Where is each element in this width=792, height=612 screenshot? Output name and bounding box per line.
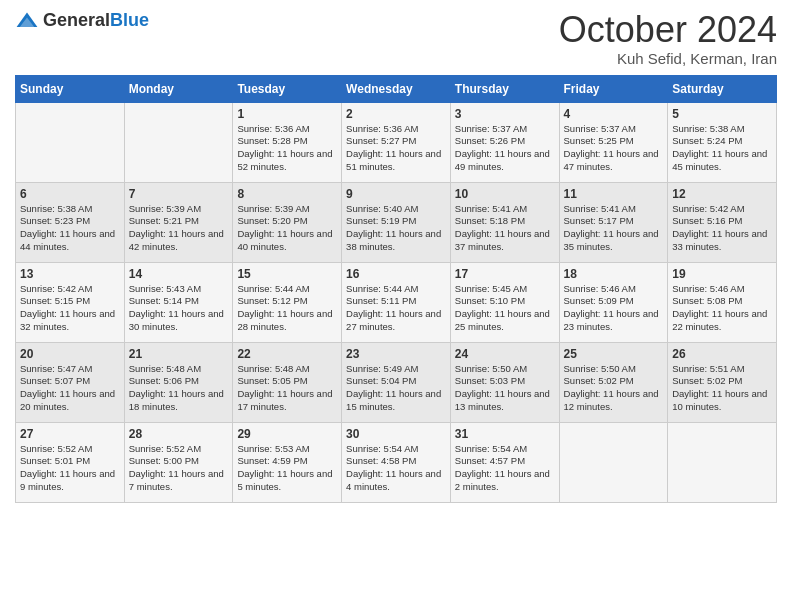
sunset-text: Sunset: 5:15 PM: [20, 295, 120, 308]
day-cell: 24Sunrise: 5:50 AMSunset: 5:03 PMDayligh…: [450, 342, 559, 422]
day-number: 28: [129, 427, 229, 441]
daylight-text: Daylight: 11 hours and 10 minutes.: [672, 388, 772, 414]
daylight-text: Daylight: 11 hours and 17 minutes.: [237, 388, 337, 414]
sunrise-text: Sunrise: 5:51 AM: [672, 363, 772, 376]
day-cell: [124, 102, 233, 182]
daylight-text: Daylight: 11 hours and 25 minutes.: [455, 308, 555, 334]
col-header-thursday: Thursday: [450, 75, 559, 102]
sunset-text: Sunset: 5:07 PM: [20, 375, 120, 388]
sunset-text: Sunset: 5:25 PM: [564, 135, 664, 148]
day-cell: 9Sunrise: 5:40 AMSunset: 5:19 PMDaylight…: [342, 182, 451, 262]
daylight-text: Daylight: 11 hours and 47 minutes.: [564, 148, 664, 174]
sunset-text: Sunset: 5:19 PM: [346, 215, 446, 228]
day-cell: 20Sunrise: 5:47 AMSunset: 5:07 PMDayligh…: [16, 342, 125, 422]
day-info: Sunrise: 5:41 AMSunset: 5:18 PMDaylight:…: [455, 203, 555, 254]
day-cell: 2Sunrise: 5:36 AMSunset: 5:27 PMDaylight…: [342, 102, 451, 182]
logo-icon: [15, 11, 39, 31]
sunset-text: Sunset: 5:02 PM: [564, 375, 664, 388]
day-info: Sunrise: 5:42 AMSunset: 5:15 PMDaylight:…: [20, 283, 120, 334]
day-info: Sunrise: 5:38 AMSunset: 5:23 PMDaylight:…: [20, 203, 120, 254]
day-cell: 16Sunrise: 5:44 AMSunset: 5:11 PMDayligh…: [342, 262, 451, 342]
header-row: SundayMondayTuesdayWednesdayThursdayFrid…: [16, 75, 777, 102]
day-number: 21: [129, 347, 229, 361]
day-info: Sunrise: 5:52 AMSunset: 5:00 PMDaylight:…: [129, 443, 229, 494]
sunset-text: Sunset: 5:10 PM: [455, 295, 555, 308]
day-number: 24: [455, 347, 555, 361]
day-info: Sunrise: 5:36 AMSunset: 5:27 PMDaylight:…: [346, 123, 446, 174]
daylight-text: Daylight: 11 hours and 4 minutes.: [346, 468, 446, 494]
day-info: Sunrise: 5:36 AMSunset: 5:28 PMDaylight:…: [237, 123, 337, 174]
daylight-text: Daylight: 11 hours and 32 minutes.: [20, 308, 120, 334]
sunrise-text: Sunrise: 5:42 AM: [672, 203, 772, 216]
day-number: 27: [20, 427, 120, 441]
day-cell: 22Sunrise: 5:48 AMSunset: 5:05 PMDayligh…: [233, 342, 342, 422]
day-cell: 30Sunrise: 5:54 AMSunset: 4:58 PMDayligh…: [342, 422, 451, 502]
sunset-text: Sunset: 4:59 PM: [237, 455, 337, 468]
day-number: 16: [346, 267, 446, 281]
daylight-text: Daylight: 11 hours and 38 minutes.: [346, 228, 446, 254]
daylight-text: Daylight: 11 hours and 37 minutes.: [455, 228, 555, 254]
day-info: Sunrise: 5:38 AMSunset: 5:24 PMDaylight:…: [672, 123, 772, 174]
sunrise-text: Sunrise: 5:36 AM: [346, 123, 446, 136]
sunrise-text: Sunrise: 5:54 AM: [346, 443, 446, 456]
day-number: 26: [672, 347, 772, 361]
location-title: Kuh Sefid, Kerman, Iran: [559, 50, 777, 67]
day-info: Sunrise: 5:37 AMSunset: 5:26 PMDaylight:…: [455, 123, 555, 174]
sunrise-text: Sunrise: 5:38 AM: [20, 203, 120, 216]
day-cell: 31Sunrise: 5:54 AMSunset: 4:57 PMDayligh…: [450, 422, 559, 502]
sunrise-text: Sunrise: 5:52 AM: [20, 443, 120, 456]
day-number: 25: [564, 347, 664, 361]
month-title: October 2024: [559, 10, 777, 50]
daylight-text: Daylight: 11 hours and 15 minutes.: [346, 388, 446, 414]
sunset-text: Sunset: 5:12 PM: [237, 295, 337, 308]
day-info: Sunrise: 5:48 AMSunset: 5:05 PMDaylight:…: [237, 363, 337, 414]
day-cell: 7Sunrise: 5:39 AMSunset: 5:21 PMDaylight…: [124, 182, 233, 262]
sunrise-text: Sunrise: 5:37 AM: [564, 123, 664, 136]
day-cell: [16, 102, 125, 182]
sunrise-text: Sunrise: 5:38 AM: [672, 123, 772, 136]
day-cell: 19Sunrise: 5:46 AMSunset: 5:08 PMDayligh…: [668, 262, 777, 342]
day-cell: 28Sunrise: 5:52 AMSunset: 5:00 PMDayligh…: [124, 422, 233, 502]
col-header-sunday: Sunday: [16, 75, 125, 102]
sunrise-text: Sunrise: 5:36 AM: [237, 123, 337, 136]
day-cell: [668, 422, 777, 502]
day-number: 29: [237, 427, 337, 441]
day-number: 19: [672, 267, 772, 281]
day-cell: 18Sunrise: 5:46 AMSunset: 5:09 PMDayligh…: [559, 262, 668, 342]
week-row-5: 27Sunrise: 5:52 AMSunset: 5:01 PMDayligh…: [16, 422, 777, 502]
sunset-text: Sunset: 5:01 PM: [20, 455, 120, 468]
day-info: Sunrise: 5:43 AMSunset: 5:14 PMDaylight:…: [129, 283, 229, 334]
logo: GeneralBlue: [15, 10, 149, 31]
day-cell: 26Sunrise: 5:51 AMSunset: 5:02 PMDayligh…: [668, 342, 777, 422]
day-number: 8: [237, 187, 337, 201]
sunrise-text: Sunrise: 5:50 AM: [455, 363, 555, 376]
day-info: Sunrise: 5:53 AMSunset: 4:59 PMDaylight:…: [237, 443, 337, 494]
day-number: 23: [346, 347, 446, 361]
daylight-text: Daylight: 11 hours and 27 minutes.: [346, 308, 446, 334]
day-number: 9: [346, 187, 446, 201]
day-cell: [559, 422, 668, 502]
sunset-text: Sunset: 5:02 PM: [672, 375, 772, 388]
daylight-text: Daylight: 11 hours and 5 minutes.: [237, 468, 337, 494]
sunset-text: Sunset: 5:06 PM: [129, 375, 229, 388]
sunset-text: Sunset: 5:00 PM: [129, 455, 229, 468]
day-cell: 5Sunrise: 5:38 AMSunset: 5:24 PMDaylight…: [668, 102, 777, 182]
sunrise-text: Sunrise: 5:49 AM: [346, 363, 446, 376]
sunset-text: Sunset: 5:11 PM: [346, 295, 446, 308]
day-number: 7: [129, 187, 229, 201]
sunrise-text: Sunrise: 5:39 AM: [129, 203, 229, 216]
daylight-text: Daylight: 11 hours and 35 minutes.: [564, 228, 664, 254]
day-cell: 8Sunrise: 5:39 AMSunset: 5:20 PMDaylight…: [233, 182, 342, 262]
day-info: Sunrise: 5:48 AMSunset: 5:06 PMDaylight:…: [129, 363, 229, 414]
daylight-text: Daylight: 11 hours and 22 minutes.: [672, 308, 772, 334]
daylight-text: Daylight: 11 hours and 44 minutes.: [20, 228, 120, 254]
day-number: 11: [564, 187, 664, 201]
sunrise-text: Sunrise: 5:48 AM: [129, 363, 229, 376]
day-number: 6: [20, 187, 120, 201]
day-info: Sunrise: 5:50 AMSunset: 5:03 PMDaylight:…: [455, 363, 555, 414]
day-info: Sunrise: 5:45 AMSunset: 5:10 PMDaylight:…: [455, 283, 555, 334]
sunset-text: Sunset: 5:16 PM: [672, 215, 772, 228]
day-info: Sunrise: 5:46 AMSunset: 5:08 PMDaylight:…: [672, 283, 772, 334]
day-info: Sunrise: 5:37 AMSunset: 5:25 PMDaylight:…: [564, 123, 664, 174]
sunrise-text: Sunrise: 5:47 AM: [20, 363, 120, 376]
